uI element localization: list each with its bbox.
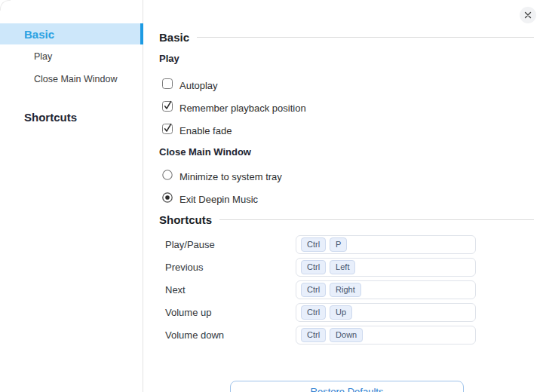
shortcut-label: Previous xyxy=(165,262,296,273)
shortcut-row-volume-up: Volume upCtrlUp xyxy=(165,301,476,323)
shortcut-input-next[interactable]: CtrlRight xyxy=(296,280,476,299)
sidebar-item-close-main-window-label: Close Main Window xyxy=(34,74,117,84)
sidebar-item-close-main-window[interactable]: Close Main Window xyxy=(0,68,143,90)
shortcuts-section-heading: Shortcuts xyxy=(159,212,534,227)
radio-unselected-icon[interactable] xyxy=(162,170,173,183)
sidebar-item-basic[interactable]: Basic xyxy=(0,23,143,44)
shortcut-input-play-pause[interactable]: CtrlP xyxy=(296,235,476,254)
shortcut-label: Volume down xyxy=(165,329,296,341)
checkbox-label: Remember playback position xyxy=(179,103,306,114)
checkbox-row-remember-playback-position[interactable]: Remember playback position xyxy=(162,96,306,119)
radio-selected-icon[interactable] xyxy=(162,192,173,206)
keycap: Up xyxy=(330,305,352,320)
shortcut-row-play-pause: Play/PauseCtrlP xyxy=(165,233,476,256)
keycap: P xyxy=(330,237,347,252)
shortcut-row-volume-down: Volume downCtrlDown xyxy=(165,323,476,346)
shortcut-label: Volume up xyxy=(165,307,296,318)
preferences-dialog: Basic Play Close Main Window Shortcuts B… xyxy=(0,0,543,392)
shortcut-input-volume-down[interactable]: CtrlDown xyxy=(296,326,476,345)
settings-sidebar: Basic Play Close Main Window Shortcuts xyxy=(0,0,143,392)
keycap: Down xyxy=(330,328,363,342)
keycap: Ctrl xyxy=(301,283,326,297)
shortcut-label: Play/Pause xyxy=(165,239,296,250)
checkbox-row-autoplay[interactable]: Autoplay xyxy=(162,74,306,96)
sidebar-item-basic-label: Basic xyxy=(24,28,54,41)
close-main-window-subsection-title: Close Main Window xyxy=(159,145,251,160)
checkbox-label: Enable fade xyxy=(179,125,232,136)
radio-row-minimize-to-system-tray[interactable]: Minimize to system tray xyxy=(162,165,282,188)
radio-label: Minimize to system tray xyxy=(179,171,282,182)
keycap: Ctrl xyxy=(301,305,326,320)
shortcuts-list: Play/PauseCtrlPPreviousCtrlLeftNextCtrlR… xyxy=(165,233,476,346)
basic-section-heading: Basic xyxy=(159,29,534,44)
close-icon xyxy=(524,11,532,19)
heading-divider xyxy=(219,219,534,220)
shortcuts-section-title: Shortcuts xyxy=(159,213,212,226)
basic-section-title: Basic xyxy=(159,31,189,44)
shortcut-label: Next xyxy=(165,284,296,296)
shortcut-row-previous: PreviousCtrlLeft xyxy=(165,256,476,278)
play-options-group: AutoplayRemember playback positionEnable… xyxy=(162,74,306,142)
checkbox-row-enable-fade[interactable]: Enable fade xyxy=(162,119,306,142)
keycap: Ctrl xyxy=(301,260,326,274)
sidebar-item-shortcuts-label: Shortcuts xyxy=(24,111,77,124)
checkbox-checked-icon[interactable] xyxy=(162,124,173,137)
shortcut-row-next: NextCtrlRight xyxy=(165,278,476,301)
shortcut-input-previous[interactable]: CtrlLeft xyxy=(296,258,476,277)
sidebar-item-shortcuts[interactable]: Shortcuts xyxy=(0,106,143,128)
keycap: Ctrl xyxy=(301,237,326,252)
sidebar-item-play[interactable]: Play xyxy=(0,45,143,68)
settings-content: Basic Play AutoplayRemember playback pos… xyxy=(144,0,543,392)
close-main-window-options-group: Minimize to system trayExit Deepin Music xyxy=(162,165,282,210)
radio-row-exit-deepin-music[interactable]: Exit Deepin Music xyxy=(162,188,282,210)
play-subsection-title: Play xyxy=(159,51,179,66)
shortcut-input-volume-up[interactable]: CtrlUp xyxy=(296,303,476,322)
checkbox-label: Autoplay xyxy=(179,80,218,91)
checkbox-checked-icon[interactable] xyxy=(162,101,173,115)
sidebar-item-play-label: Play xyxy=(34,51,52,62)
keycap: Ctrl xyxy=(301,328,326,342)
keycap: Left xyxy=(330,260,355,274)
radio-label: Exit Deepin Music xyxy=(179,194,258,205)
close-button[interactable] xyxy=(520,7,536,23)
restore-defaults-button[interactable]: Restore Defaults xyxy=(230,381,464,392)
checkbox-unchecked-icon[interactable] xyxy=(162,78,173,92)
heading-divider xyxy=(197,37,534,38)
keycap: Right xyxy=(330,283,361,297)
